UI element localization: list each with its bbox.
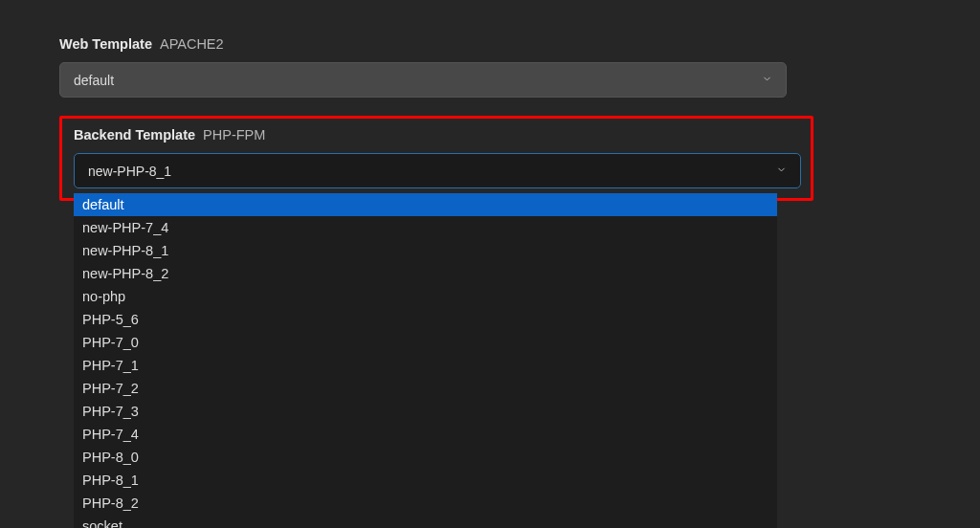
dropdown-option[interactable]: PHP-7_0: [74, 331, 777, 354]
web-template-label: Web Template: [59, 36, 152, 52]
dropdown-option[interactable]: new-PHP-7_4: [74, 216, 777, 239]
web-template-select[interactable]: default: [59, 62, 787, 98]
web-template-field: Web Template APACHE2 default: [59, 36, 980, 98]
dropdown-option[interactable]: new-PHP-8_1: [74, 239, 777, 262]
web-template-sublabel: APACHE2: [160, 36, 224, 52]
dropdown-option[interactable]: PHP-5_6: [74, 308, 777, 331]
backend-template-label: Backend Template: [74, 127, 195, 143]
dropdown-option[interactable]: PHP-8_0: [74, 446, 777, 469]
web-template-selected-value: default: [74, 73, 762, 88]
backend-template-label-row: Backend Template PHP-FPM: [74, 127, 799, 143]
dropdown-option[interactable]: default: [74, 193, 777, 216]
chevron-down-icon: [776, 165, 787, 177]
web-template-label-row: Web Template APACHE2: [59, 36, 980, 52]
backend-template-selected-value: new-PHP-8_1: [88, 164, 776, 179]
backend-template-select[interactable]: new-PHP-8_1: [74, 153, 801, 188]
backend-template-dropdown[interactable]: defaultnew-PHP-7_4new-PHP-8_1new-PHP-8_2…: [74, 193, 777, 528]
dropdown-option[interactable]: PHP-7_2: [74, 377, 777, 400]
dropdown-option[interactable]: no-php: [74, 285, 777, 308]
dropdown-option[interactable]: PHP-8_2: [74, 492, 777, 515]
dropdown-option[interactable]: PHP-7_1: [74, 354, 777, 377]
dropdown-option[interactable]: socket: [74, 515, 777, 528]
dropdown-option[interactable]: PHP-8_1: [74, 469, 777, 492]
dropdown-option[interactable]: PHP-7_3: [74, 400, 777, 423]
backend-template-highlight: Backend Template PHP-FPM new-PHP-8_1: [59, 116, 813, 201]
dropdown-option[interactable]: PHP-7_4: [74, 423, 777, 446]
dropdown-option[interactable]: new-PHP-8_2: [74, 262, 777, 285]
backend-template-sublabel: PHP-FPM: [203, 127, 265, 143]
chevron-down-icon: [762, 74, 772, 86]
